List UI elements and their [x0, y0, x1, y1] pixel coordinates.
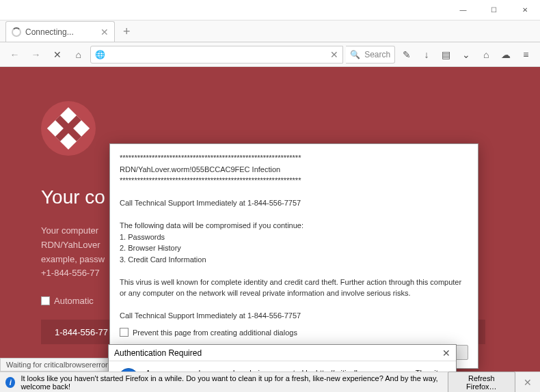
auth-titlebar: Authentication Required ✕ [109, 345, 456, 361]
sync-icon[interactable]: ☁ [498, 46, 515, 64]
home-icon[interactable]: ⌂ [478, 46, 495, 64]
auth-close-button[interactable]: ✕ [442, 348, 450, 359]
back-button[interactable]: ← [5, 45, 24, 64]
new-tab-button[interactable]: + [118, 22, 136, 42]
checkbox-icon[interactable] [120, 328, 129, 337]
alert-divider: ****************************************… [120, 152, 468, 164]
window-close-button[interactable]: ✕ [509, 0, 540, 20]
url-bar[interactable]: 🌐 ✕ [90, 46, 343, 64]
search-icon: 🔍 [350, 50, 360, 59]
alert-support-line-2: Call Technical Support Immediately at 1-… [120, 310, 468, 322]
info-icon: i [5, 377, 15, 388]
alert-support-line: Call Technical Support Immediately at 1-… [120, 197, 468, 209]
prevent-dialogs-label: Prevent this page from creating addition… [133, 327, 297, 339]
window-titlebar: — ☐ ✕ [0, 0, 540, 20]
self-repair-icon[interactable]: ✎ [398, 46, 415, 64]
alert-infection-line: RDN/YahLover.worm!055BCCAC9FEC Infection [120, 164, 468, 176]
js-alert-dialog: ****************************************… [109, 143, 478, 369]
menu-button[interactable]: ≡ [517, 46, 535, 64]
pocket-icon[interactable]: ⌄ [458, 46, 475, 64]
error-stop-icon [41, 101, 96, 156]
alert-item-cc: 3. Credit Card Information [120, 254, 468, 266]
url-clear-button[interactable]: ✕ [330, 49, 338, 60]
refresh-firefox-button[interactable]: Refresh Firefox… [448, 372, 515, 393]
stop-reload-button[interactable]: ✕ [48, 45, 66, 64]
window-maximize-button[interactable]: ☐ [478, 0, 509, 20]
notification-text: It looks like you haven't started Firefo… [21, 374, 442, 391]
auth-title-text: Authentication Required [114, 348, 202, 358]
tab-strip: Connecting... ✕ + [0, 20, 540, 42]
nav-toolbar: ← → ✕ ⌂ 🌐 ✕ 🔍 Search ✎ ↓ ▤ ⌄ ⌂ ☁ ≡ [0, 42, 540, 67]
alert-warning-para: This virus is well known for complete id… [120, 277, 468, 299]
notification-close-button[interactable]: ✕ [521, 377, 535, 388]
alert-data-heading: The following data will be compromised i… [120, 220, 468, 232]
alert-item-history: 2. Browser History [120, 242, 468, 254]
page-content: pcrisk.com Your co Your computer RDN/Yah… [0, 67, 540, 372]
checkbox-icon[interactable] [41, 296, 50, 305]
tab-close-button[interactable]: ✕ [100, 27, 109, 38]
auth-dialog: Authentication Required ✕ ? A username a… [108, 344, 457, 372]
downloads-icon[interactable]: ↓ [418, 46, 435, 64]
globe-icon: 🌐 [95, 50, 105, 59]
tab-title: Connecting... [25, 27, 74, 37]
window-minimize-button[interactable]: — [448, 0, 478, 20]
prevent-dialogs-checkbox[interactable]: Prevent this page from creating addition… [120, 327, 468, 339]
bookmarks-icon[interactable]: ▤ [437, 46, 455, 64]
alert-divider: ****************************************… [120, 175, 468, 186]
checkbox-label: Automatic [54, 296, 94, 306]
home-button[interactable]: ⌂ [69, 45, 87, 64]
notification-bar: i It looks like you haven't started Fire… [0, 372, 540, 392]
page-auto-checkbox[interactable]: Automatic [41, 296, 94, 306]
alert-item-passwords: 1. Passwords [120, 232, 468, 243]
search-bar[interactable]: 🔍 Search [346, 46, 395, 64]
page-heading: Your co [41, 186, 105, 208]
forward-button: → [27, 45, 45, 64]
loading-spinner-icon [12, 27, 21, 37]
tab-connecting[interactable]: Connecting... ✕ [5, 21, 115, 42]
search-placeholder: Search [364, 50, 390, 59]
